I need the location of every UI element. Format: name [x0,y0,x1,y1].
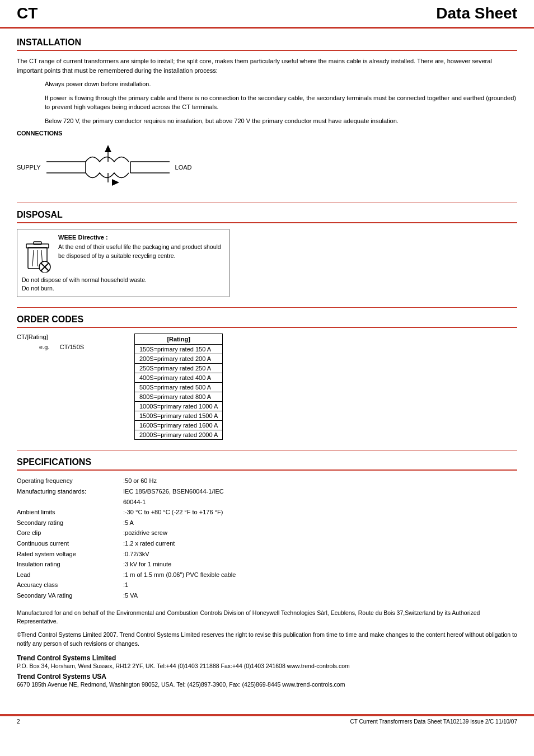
weee-directive-title: WEEE Directive : [58,234,224,241]
table-row: 400S=primary rated 400 A [135,373,223,383]
eg-value: CT/150S [60,344,84,350]
disposal-section: DISPOSAL [17,210,517,297]
spec-value: :50 or 60 Hz [123,476,517,486]
supply-label: SUPPLY [17,164,41,171]
specs-grid: Operating frequency:50 or 60 HzManufactu… [17,476,517,600]
disposal-text-area: WEEE Directive : At the end of their use… [58,234,224,273]
spec-label: Core clip [17,528,123,538]
spec-value: :3 kV for 1 minute [123,560,517,570]
connections-diagram: SUPPLY [17,142,517,192]
spec-label: Manufacturing standards: [17,487,123,497]
table-row: 800S=primary rated 800 A [135,392,223,402]
spec-value: :5 A [123,518,517,528]
main-content: INSTALLATION The CT range of current tra… [0,29,534,708]
order-codes-section: ORDER CODES CT/[Rating] e.g. CT/150S [Ra… [17,314,517,440]
specifications-title: SPECIFICATIONS [17,457,517,471]
spec-value: :-30 °C to +80 °C (-22 °F to +176 °F) [123,508,517,518]
disposal-extra1: Do not dispose of with normal household … [22,276,224,284]
weee-icon [24,236,51,273]
divider-2 [17,307,517,308]
spec-value: 60044-1 [123,497,517,508]
table-row: 1500S=primary rated 1500 A [135,411,223,421]
weee-icon-area [22,234,53,273]
table-row: 200S=primary rated 200 A [135,354,223,364]
rating-cell: 150S=primary rated 150 A [135,345,223,354]
header-datasheet-label: Data Sheet [436,4,517,22]
installation-bullet3: Below 720 V, the primary conductor requi… [45,116,517,126]
weee-body: At the end of their useful life the pack… [58,243,224,261]
table-row: 1600S=primary rated 1600 A [135,421,223,430]
spec-label: Insulation rating [17,560,123,570]
spec-value: :1 m of 1.5 mm (0.06") PVC flexible cabl… [123,570,517,580]
svg-rect-12 [34,242,41,245]
svg-marker-6 [105,145,111,152]
spec-value: :1.2 x rated current [123,539,517,549]
disposal-title: DISPOSAL [17,210,517,223]
spec-label: Secondary VA rating [17,591,123,601]
page-header: CT Data Sheet [0,0,534,29]
connections-svg [46,142,170,192]
page-number: 2 [17,719,20,725]
note2-text: ©Trend Control Systems Limited 2007. Tre… [17,631,517,649]
svg-marker-9 [112,179,119,186]
divider-3 [17,450,517,450]
order-example: e.g. CT/150S [39,344,118,350]
rating-cell: 400S=primary rated 400 A [135,373,223,383]
installation-section: INSTALLATION The CT range of current tra… [17,37,517,192]
installation-title: INSTALLATION [17,37,517,51]
bottom-footer: 2 CT Current Transformers Data Sheet TA1… [0,716,534,727]
table-row: 1000S=primary rated 1000 A [135,402,223,411]
order-format: CT/[Rating] [17,334,118,340]
order-codes-title: ORDER CODES [17,314,517,328]
divider-1 [17,203,517,203]
spec-label: Lead [17,570,123,580]
rating-cell: 1500S=primary rated 1500 A [135,411,223,421]
spec-value: :pozidrive screw [123,528,517,538]
company-usa-address: 6670 185th Avenue NE, Redmond, Washingto… [17,680,517,689]
load-label: LOAD [175,164,192,171]
table-row: 500S=primary rated 500 A [135,383,223,392]
spec-note1: Manufactured for and on behalf of the En… [17,609,517,649]
specifications-section: SPECIFICATIONS Operating frequency:50 or… [17,457,517,689]
spec-value: :5 VA [123,591,517,601]
rating-cell: 800S=primary rated 800 A [135,392,223,402]
header-ct-label: CT [17,4,38,22]
disposal-extra2: Do not burn. [22,284,224,293]
rating-cell: 1000S=primary rated 1000 A [135,402,223,411]
svg-line-13 [32,250,34,266]
spec-label: Ambient limits [17,508,123,518]
rating-cell: 500S=primary rated 500 A [135,383,223,392]
eg-label: e.g. [39,344,49,350]
order-codes-left: CT/[Rating] e.g. CT/150S [17,334,118,350]
spec-value: IEC 185/BS7626, BSEN60044-1/IEC [123,487,517,497]
spec-label: Rated system voltage [17,550,123,560]
rating-cell: 250S=primary rated 250 A [135,364,223,373]
spec-label: Secondary rating [17,518,123,528]
note1-text: Manufactured for and on behalf of the En… [17,609,517,627]
table-row: 250S=primary rated 250 A [135,364,223,373]
order-codes-body: CT/[Rating] e.g. CT/150S [Rating] 150S=p… [17,334,517,440]
table-row: 2000S=primary rated 2000 A [135,430,223,440]
company-name: Trend Control Systems Limited [17,654,517,662]
spec-value: :1 [123,580,517,590]
spec-label: Operating frequency [17,476,123,486]
rating-cell: 2000S=primary rated 2000 A [135,430,223,440]
spec-label: Continuous current [17,539,123,549]
rating-cell: 200S=primary rated 200 A [135,354,223,364]
installation-para1: The CT range of current transformers are… [17,57,517,75]
table-row: 150S=primary rated 150 A [135,345,223,354]
rating-table: [Rating] 150S=primary rated 150 A200S=pr… [134,334,223,440]
connections-title: CONNECTIONS [17,130,517,137]
installation-bullet1: Always power down before installation. [45,79,517,89]
disposal-box: WEEE Directive : At the end of their use… [17,229,229,297]
company-address: P.O. Box 34, Horsham, West Sussex, RH12 … [17,662,517,671]
spec-label [17,497,123,508]
rating-table-header: [Rating] [135,334,223,345]
rating-table-container: [Rating] 150S=primary rated 150 A200S=pr… [134,334,223,440]
spec-value: :0.72/3kV [123,550,517,560]
doc-ref: CT Current Transformers Data Sheet TA102… [350,719,518,725]
spec-label: Accuracy class [17,580,123,590]
company-usa-name: Trend Control Systems USA [17,673,517,680]
rating-cell: 1600S=primary rated 1600 A [135,421,223,430]
installation-bullet2: If power is flowing through the primary … [45,93,517,112]
